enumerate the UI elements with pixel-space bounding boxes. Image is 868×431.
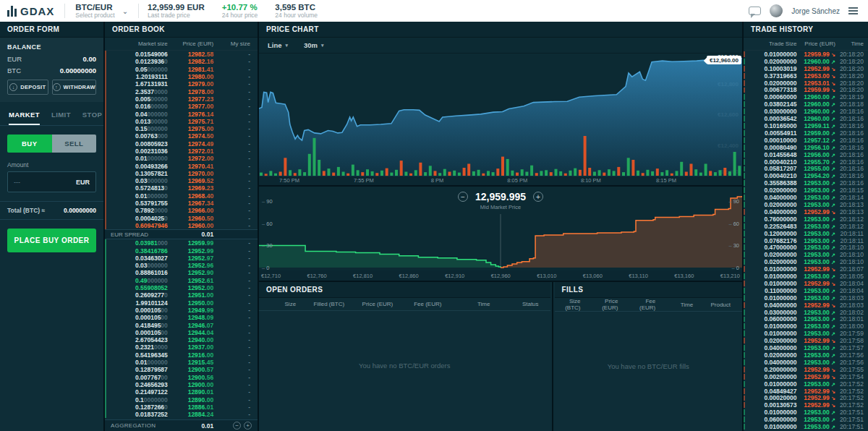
bid-row[interactable]: 0.2321000012937.00- bbox=[105, 343, 258, 351]
bid-row[interactable]: 0.0346302712952.97- bbox=[105, 255, 258, 262]
bid-row[interactable]: 0.0001050012944.04- bbox=[105, 329, 258, 336]
trade-up-icon: ↗ bbox=[831, 109, 835, 114]
trade-row: 0.1016500012959.11 ↗20:18:16 bbox=[744, 122, 868, 129]
menu-icon[interactable] bbox=[848, 7, 858, 14]
trade-direction-strip bbox=[744, 388, 745, 394]
bid-row[interactable]: 0.5590805212952.00- bbox=[105, 284, 258, 291]
chart-interval-dropdown[interactable]: 30m ▾ bbox=[304, 41, 324, 49]
ask-row[interactable]: 0.6094794612960.00- bbox=[105, 222, 258, 229]
deposit-button[interactable]: ↓ DEPOSIT bbox=[7, 80, 48, 95]
my-size: - bbox=[218, 148, 258, 155]
ask-row[interactable]: 0.0130000012975.71- bbox=[105, 118, 258, 125]
buy-button[interactable]: BUY bbox=[7, 135, 52, 153]
ask-row[interactable]: 0.0049326612970.41- bbox=[105, 162, 258, 169]
tab-stop[interactable]: STOP bbox=[82, 111, 102, 125]
bid-row[interactable]: 0.0183725212884.24- bbox=[105, 411, 258, 418]
bid-row[interactable]: 0.0001050012949.99- bbox=[105, 307, 258, 314]
market-size: 0.04000000 bbox=[105, 111, 172, 118]
trade-direction-strip bbox=[744, 66, 745, 72]
bid-row[interactable]: 0.3841678612952.99- bbox=[105, 247, 258, 254]
ask-row[interactable]: 0.0500000012981.41- bbox=[105, 66, 258, 73]
avatar[interactable] bbox=[770, 4, 783, 17]
zoom-out-button[interactable]: − bbox=[458, 192, 468, 202]
ask-row[interactable]: 0.0080592312974.49- bbox=[105, 140, 258, 148]
trade-direction-strip bbox=[744, 345, 745, 351]
trade-price: 12952.99 ↘ bbox=[799, 373, 837, 380]
bid-row[interactable]: 2.6705442312940.00- bbox=[105, 336, 258, 343]
sell-button[interactable]: SELL bbox=[52, 135, 97, 153]
ask-row[interactable]: 1.6713193112979.00- bbox=[105, 80, 258, 88]
ask-row[interactable]: 0.5724813012969.23- bbox=[105, 184, 258, 192]
ask-row[interactable]: 0.0076300012974.50- bbox=[105, 132, 258, 140]
bid-row[interactable]: 0.0398100012959.99- bbox=[105, 239, 258, 247]
bid-row[interactable]: 0.2465629312900.00- bbox=[105, 381, 258, 388]
ask-row[interactable]: 0.0123936012982.16- bbox=[105, 58, 258, 65]
trade-price: 12959.11 ↗ bbox=[799, 122, 837, 129]
bid-row[interactable]: 0.1287958712900.57- bbox=[105, 366, 258, 373]
ask-row[interactable]: 1.2019311112980.00- bbox=[105, 73, 258, 80]
product-selector[interactable]: BTC/EUR Select product ⌄ bbox=[65, 3, 138, 19]
price-decimals: 00 bbox=[207, 284, 213, 291]
my-size: - bbox=[218, 207, 258, 214]
aggregation-decrease-button[interactable]: − bbox=[233, 422, 241, 430]
trade-direction-strip bbox=[744, 317, 745, 323]
bid-row[interactable]: 0.8886101612952.90- bbox=[105, 269, 258, 276]
my-size: - bbox=[218, 359, 258, 366]
price-decimals: 23 bbox=[207, 184, 213, 192]
my-size: - bbox=[218, 111, 258, 118]
price-line-chart[interactable]: €13,000 €12,800 €12,600 €12,400 €12,200 … bbox=[259, 54, 742, 176]
bid-row[interactable]: 0.4184950012946.07- bbox=[105, 321, 258, 328]
bid-row[interactable]: 0.0001050012948.09- bbox=[105, 314, 258, 321]
bid-row[interactable]: 0.1287266012886.01- bbox=[105, 404, 258, 411]
ask-row[interactable]: 0.0100000012972.00- bbox=[105, 155, 258, 162]
ask-row[interactable]: 0.0050000012977.23- bbox=[105, 95, 258, 103]
trade-up-icon: ↗ bbox=[831, 331, 835, 336]
trade-direction-strip bbox=[744, 338, 745, 343]
trade-up-icon: ↗ bbox=[831, 424, 835, 430]
trade-size: 0.01000000 bbox=[744, 294, 799, 302]
my-size: - bbox=[218, 215, 258, 222]
ask-row[interactable]: 0.0154900612982.58- bbox=[105, 51, 258, 58]
trade-price: 12953.00 ↗ bbox=[799, 409, 837, 416]
bid-row[interactable]: 0.5419634512916.00- bbox=[105, 351, 258, 359]
bid-row[interactable]: 0.2609277012951.00- bbox=[105, 291, 258, 299]
ask-row[interactable]: 0.7892000012966.00- bbox=[105, 207, 258, 214]
bid-row[interactable]: 0.0100000012915.45- bbox=[105, 359, 258, 366]
price-decimals: 00 bbox=[207, 88, 213, 95]
bid-row[interactable]: 0.4900000012952.61- bbox=[105, 277, 258, 284]
price-decimals: 41 bbox=[207, 163, 213, 170]
chart-type-dropdown[interactable]: Line ▾ bbox=[268, 41, 288, 49]
ask-row[interactable]: 0.0400000012976.14- bbox=[105, 110, 258, 117]
ask-row[interactable]: 2.3537000012978.00- bbox=[105, 88, 258, 95]
trade-time: 20:17:56 bbox=[837, 351, 868, 359]
ask-row[interactable]: 0.0160000012977.00- bbox=[105, 103, 258, 110]
withdraw-button[interactable]: ↑ WITHDRAW bbox=[52, 80, 96, 95]
ask-row[interactable]: 0.0004025012960.50- bbox=[105, 215, 258, 222]
zoom-in-button[interactable]: + bbox=[533, 192, 543, 202]
ask-row[interactable]: 0.0023103612972.01- bbox=[105, 148, 258, 155]
balance-currency: EUR bbox=[7, 55, 22, 63]
amount-input[interactable]: --- EUR bbox=[7, 171, 96, 192]
place-buy-order-button[interactable]: PLACE BUY ORDER bbox=[7, 229, 96, 252]
ask-row[interactable]: 0.1305782112970.00- bbox=[105, 170, 258, 177]
ask-row[interactable]: 0.0100000012968.40- bbox=[105, 192, 258, 200]
tab-limit[interactable]: LIMIT bbox=[51, 111, 71, 125]
chat-icon[interactable] bbox=[749, 7, 761, 15]
bid-row[interactable]: 0.2149712212890.01- bbox=[105, 388, 258, 396]
ask-price: 12977.00 bbox=[172, 103, 218, 110]
bid-row[interactable]: 1.9910112412950.00- bbox=[105, 299, 258, 307]
bid-row[interactable]: 0.0077670012900.56- bbox=[105, 373, 258, 380]
trade-direction-strip bbox=[744, 116, 745, 121]
bid-row[interactable]: 0.0300000012952.96- bbox=[105, 262, 258, 269]
aggregation-increase-button[interactable]: + bbox=[244, 422, 252, 430]
depth-chart[interactable]: − 12,959.995 + Mid Market Price 90906060… bbox=[259, 187, 742, 270]
tab-market[interactable]: MARKET bbox=[9, 111, 40, 125]
ask-row[interactable]: 0.5379175512967.34- bbox=[105, 200, 258, 207]
trade-price: 12953.00 ↗ bbox=[799, 423, 837, 430]
ask-row[interactable]: 0.1500000012975.00- bbox=[105, 125, 258, 132]
trade-row: 0.0100000012952.99 ↘20:18:07 bbox=[744, 265, 868, 273]
ask-row[interactable]: 0.0300000012969.52- bbox=[105, 177, 258, 184]
bid-row[interactable]: 0.1000000012890.00- bbox=[105, 396, 258, 403]
trade-up-icon: ↗ bbox=[831, 131, 835, 136]
depth-x-label: €13,110 bbox=[629, 273, 648, 279]
